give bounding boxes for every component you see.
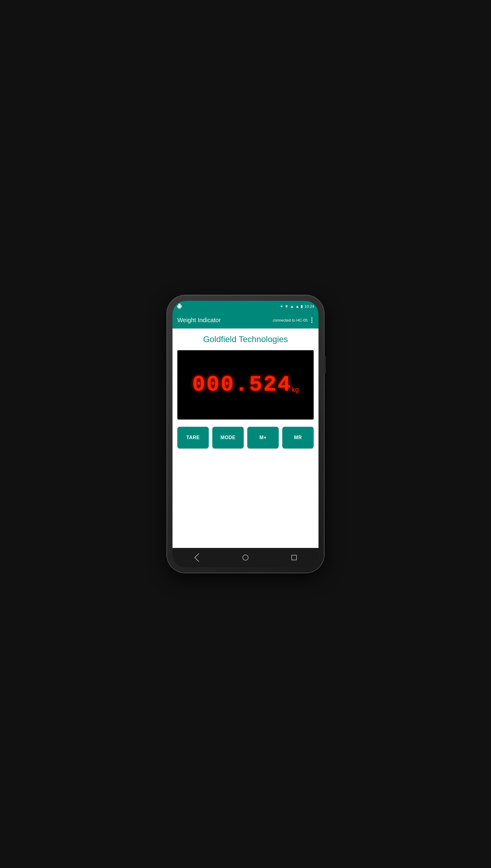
android-icon xyxy=(177,304,182,309)
nav-bar xyxy=(173,548,318,567)
tare-button[interactable]: TARE xyxy=(177,427,209,448)
weight-display: 000.524 kg xyxy=(177,350,314,420)
battery-icon: ▮ xyxy=(301,304,303,309)
weight-reading: 000.524 xyxy=(192,373,292,397)
control-buttons: TARE MODE M+ MR xyxy=(177,427,314,448)
recents-icon xyxy=(291,555,297,560)
wifi-icon: ▼ xyxy=(285,304,289,309)
home-button[interactable] xyxy=(238,550,253,565)
signal-icon-2: ▲ xyxy=(295,304,299,309)
brand-title: Goldfield Technologies xyxy=(203,335,288,344)
status-bar: ✦ ▼ ▲ ▲ ▮ 10:24 xyxy=(173,301,318,312)
back-button[interactable] xyxy=(190,550,204,565)
phone-device: ✦ ▼ ▲ ▲ ▮ 10:24 Weight Indicator connect… xyxy=(167,296,324,572)
home-icon xyxy=(242,555,249,561)
signal-icon-1: ▲ xyxy=(290,304,294,309)
phone-screen: ✦ ▼ ▲ ▲ ▮ 10:24 Weight Indicator connect… xyxy=(173,301,318,567)
status-right: ✦ ▼ ▲ ▲ ▮ 10:24 xyxy=(280,304,314,309)
m-plus-button[interactable]: M+ xyxy=(247,427,279,448)
main-content: Goldfield Technologies 000.524 kg TARE M… xyxy=(173,329,318,548)
weight-value-container: 000.524 kg xyxy=(192,373,299,397)
status-left xyxy=(177,304,182,309)
weight-unit: kg xyxy=(292,386,299,394)
app-bar: Weight Indicator connected to HC-05 xyxy=(173,312,318,329)
recents-button[interactable] xyxy=(287,550,301,565)
connection-status: connected to HC-05 xyxy=(272,318,308,322)
mr-button[interactable]: MR xyxy=(282,427,314,448)
mode-button[interactable]: MODE xyxy=(212,427,244,448)
status-time: 10:24 xyxy=(304,304,314,309)
bluetooth-icon: ✦ xyxy=(280,304,283,309)
app-title: Weight Indicator xyxy=(177,317,221,324)
app-bar-right: connected to HC-05 xyxy=(272,316,314,324)
back-icon xyxy=(194,553,203,562)
overflow-menu-button[interactable] xyxy=(310,316,314,324)
